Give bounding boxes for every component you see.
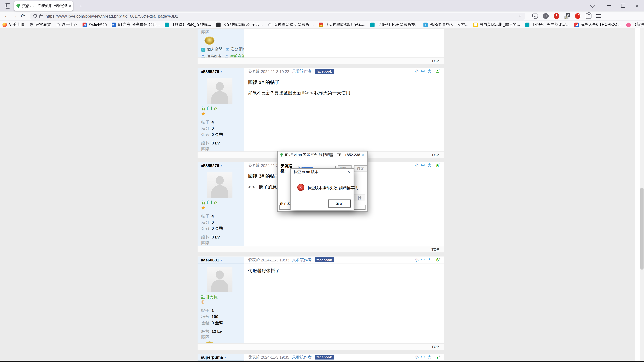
bookmark-item[interactable]: bP5R/丸喜拓人 - 女神... — [424, 22, 468, 27]
font-large-link[interactable]: 大 — [428, 69, 431, 74]
bookmark-item[interactable]: ⊕新手上路 — [56, 22, 78, 27]
minimize-button[interactable] — [602, 0, 616, 11]
bookmark-item[interactable]: M海島大亨6 TROPICO ... — [574, 22, 622, 27]
profile-link[interactable]: 個人空間 — [207, 47, 222, 52]
bookmark-item[interactable]: 【攻略】P5R_女神異... — [164, 22, 211, 27]
reload-button[interactable]: ⟳ — [19, 13, 27, 19]
font-medium-link[interactable]: 中 — [421, 163, 425, 168]
firefox-view-button[interactable] — [3, 2, 12, 9]
floor-number[interactable]: 7# — [436, 355, 440, 360]
font-medium-link[interactable]: 中 — [421, 257, 425, 263]
ipve-favicon — [16, 3, 21, 8]
font-medium-link[interactable]: 中 — [421, 355, 425, 360]
avatar[interactable] — [207, 78, 232, 104]
trendmicro-extension-icon[interactable] — [575, 13, 581, 19]
floor-number[interactable]: 4# — [436, 69, 440, 74]
switch520-icon: M — [574, 22, 579, 27]
user-caret-icon[interactable]: ▼ — [224, 356, 227, 359]
font-large-link[interactable]: 大 — [428, 257, 431, 263]
post-body: 如果不更新? 要按甚麼更新壓>"< 我昨天第一天使用... — [248, 90, 440, 96]
stat-label: 帖子 — [201, 213, 210, 219]
font-large-link[interactable]: 大 — [428, 163, 431, 168]
list-tabs-chevron-icon[interactable] — [590, 2, 596, 8]
close-window-button[interactable]: × — [630, 0, 644, 11]
floor-number[interactable]: 5# — [436, 163, 440, 168]
font-small-link[interactable]: 小 — [415, 69, 418, 74]
dialog-close-icon[interactable]: × — [347, 170, 352, 174]
translate-extension-icon[interactable]: A 文 — [564, 13, 570, 19]
username[interactable]: a5855276 — [201, 163, 219, 168]
facebook-badge[interactable]: facebook — [314, 257, 334, 262]
firefox-view-icon — [5, 3, 10, 8]
pocket-icon[interactable] — [532, 13, 538, 19]
friend-link[interactable]: 加為好友 — [206, 54, 222, 57]
post-partial-top: 團隊 ⌂ 個人空間 ✉ 發短消息 — [198, 29, 444, 64]
username[interactable]: aas60601 — [201, 258, 219, 262]
browser-tab[interactable]: 突然vLan不能使用-出現檢查版 × — [14, 1, 73, 10]
author-only-link[interactable]: 只看該作者 — [292, 257, 312, 263]
new-tab-button[interactable]: + — [77, 3, 84, 9]
bookmark-item[interactable]: 【新提醒】搬運《刺... — [626, 22, 644, 27]
bookmark-item[interactable]: MSwitch520 — [82, 22, 107, 27]
stat-value: 1 — [212, 308, 214, 314]
ok-button[interactable]: 確定 — [328, 200, 351, 207]
tab-close-icon[interactable]: × — [68, 3, 71, 8]
message-link[interactable]: 發短消息 — [231, 47, 244, 52]
restore-button[interactable] — [616, 0, 630, 11]
floor-number[interactable]: 6# — [436, 257, 440, 262]
extensions-puzzle-icon[interactable] — [586, 13, 591, 19]
bookmark-item[interactable]: 【情報】P5R皇家版雙... — [370, 22, 418, 27]
installer-close-icon[interactable]: × — [360, 152, 365, 157]
top-link[interactable]: TOP — [432, 153, 439, 157]
user-group-link[interactable]: 新手上路 — [201, 106, 241, 111]
username[interactable]: a5855276 — [201, 69, 219, 74]
bookmark-star-icon[interactable]: ☆ — [518, 13, 522, 19]
font-large-link[interactable]: 大 — [428, 355, 431, 360]
user-group-link[interactable]: 註冊會員 — [201, 294, 241, 300]
stat-value: 0 — [212, 125, 214, 131]
menu-hamburger-icon[interactable] — [596, 14, 601, 18]
author-only-link[interactable]: 只看該作者 — [292, 355, 312, 360]
bookmark-item[interactable]: ⊕女神異聞錄 5 皇家版 ... — [268, 22, 314, 27]
author-only-link[interactable]: 只看該作者 — [292, 69, 312, 74]
stat-value: 12 Lv — [212, 329, 222, 335]
stat-label: 積分 — [201, 314, 210, 320]
bookmark-item[interactable]: BTBT之家-分享快乐,如此... — [112, 22, 160, 27]
dialog-titlebar[interactable]: 檢查 vLan 版本 × — [291, 169, 354, 175]
url-bar[interactable]: https://www.ipve.com/bbs/viewthread.php?… — [30, 12, 525, 19]
font-medium-link[interactable]: 中 — [421, 69, 425, 74]
red-badge-extension-icon[interactable] — [554, 13, 559, 19]
stat-label: 積分 — [201, 125, 210, 131]
lock-icon[interactable] — [40, 15, 43, 18]
avatar[interactable] — [207, 172, 232, 198]
url-text[interactable]: https://www.ipve.com/bbs/viewthread.php?… — [46, 14, 518, 18]
font-small-link[interactable]: 小 — [415, 257, 418, 263]
top-link[interactable]: TOP — [432, 59, 439, 63]
username[interactable]: superpuma — [201, 355, 223, 359]
user-group-link[interactable]: 新手上路 — [201, 200, 241, 205]
font-small-link[interactable]: 小 — [415, 355, 418, 360]
bookmark-item[interactable]: G《女神異聞錄5》好感... — [319, 22, 365, 27]
tracking-shield-icon[interactable] — [33, 14, 37, 18]
top-link[interactable]: TOP — [432, 247, 439, 251]
page-scrollbar[interactable] — [640, 28, 644, 361]
bookmark-item[interactable]: ⚙最常瀏覽 — [29, 22, 51, 27]
back-button[interactable]: ← — [2, 13, 11, 19]
scrollbar-thumb[interactable] — [640, 188, 644, 270]
user-caret-icon[interactable]: ▼ — [220, 70, 223, 73]
facebook-badge[interactable]: facebook — [314, 69, 334, 74]
avatar[interactable] — [207, 267, 232, 292]
bookmark-item[interactable]: 《女神異聞錄5》全印... — [216, 22, 263, 27]
installer-titlebar[interactable]: IPvE vLan 遊戲平台 裝載精靈 - TEL:+852.23873177 … — [278, 151, 367, 158]
user-caret-icon[interactable]: ▼ — [220, 258, 223, 261]
bookmark-item[interactable]: 【心得】黑白莫比烏... — [525, 22, 570, 27]
bookmark-item[interactable]: 新手上路 — [2, 22, 24, 27]
user-caret-icon[interactable]: ▼ — [220, 164, 223, 167]
facebook-badge[interactable]: facebook — [314, 355, 334, 360]
g-extension-icon[interactable]: G — [543, 13, 549, 19]
bookmark-item[interactable]: 黑白莫比烏斯_歲月的... — [473, 22, 520, 27]
team-label: 團隊 — [201, 29, 241, 35]
top-link[interactable]: TOP — [432, 345, 439, 349]
star-badge-icon: ★ — [201, 111, 241, 117]
font-small-link[interactable]: 小 — [415, 163, 418, 168]
